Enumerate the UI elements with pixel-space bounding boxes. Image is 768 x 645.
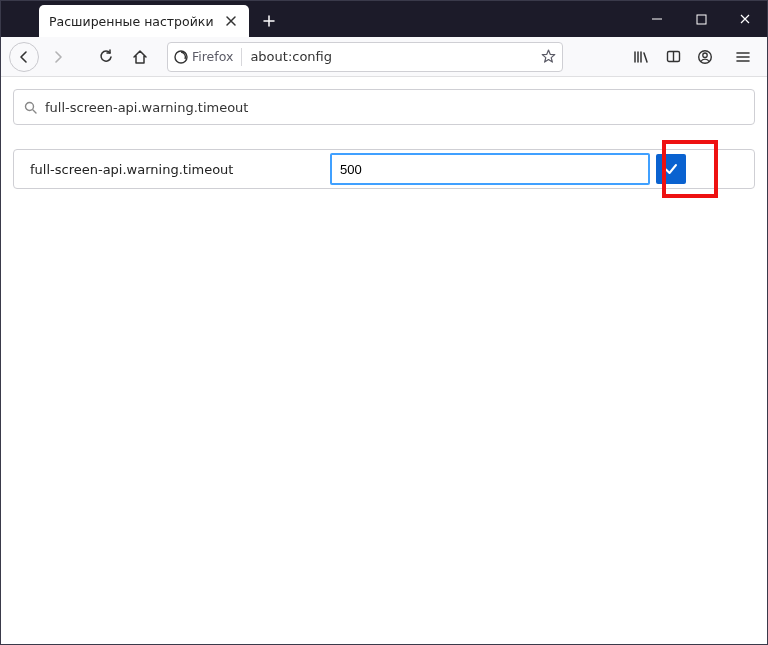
tab-title: Расширенные настройки [49,14,223,29]
site-identity[interactable]: Firefox [174,49,233,64]
pref-row: full-screen-api.warning.timeout [13,149,755,189]
annotation-highlight [662,140,718,198]
url-bar[interactable]: Firefox about:config [167,42,563,72]
close-tab-icon[interactable] [223,13,239,29]
navigation-toolbar: Firefox about:config [1,37,767,77]
forward-button[interactable] [43,42,73,72]
config-search-text: full-screen-api.warning.timeout [45,100,248,115]
svg-point-4 [703,53,707,57]
back-button[interactable] [9,42,39,72]
identity-label: Firefox [192,49,233,64]
minimize-button[interactable] [635,1,679,37]
app-menu-button[interactable] [727,41,759,73]
url-text: about:config [250,49,533,64]
close-window-button[interactable] [723,1,767,37]
home-button[interactable] [125,42,155,72]
config-search-box[interactable]: full-screen-api.warning.timeout [13,89,755,125]
toolbar-right [625,41,759,73]
about-config-content: full-screen-api.warning.timeout full-scr… [1,77,767,644]
browser-tab[interactable]: Расширенные настройки [39,5,249,37]
library-button[interactable] [625,41,657,73]
bookmark-star-icon[interactable] [541,49,556,64]
svg-point-5 [26,102,34,110]
new-tab-button[interactable] [255,7,283,35]
svg-rect-0 [697,15,706,24]
maximize-button[interactable] [679,1,723,37]
firefox-window: Расширенные настройки [0,0,768,645]
reload-button[interactable] [91,42,121,72]
tab-strip: Расширенные настройки [1,1,767,37]
sidebar-button[interactable] [657,41,689,73]
account-button[interactable] [689,41,721,73]
firefox-logo-icon [174,50,188,64]
pref-value-input[interactable] [330,153,650,185]
urlbar-separator [241,48,242,66]
window-controls [635,1,767,37]
search-icon [24,101,37,114]
pref-name: full-screen-api.warning.timeout [30,162,330,177]
